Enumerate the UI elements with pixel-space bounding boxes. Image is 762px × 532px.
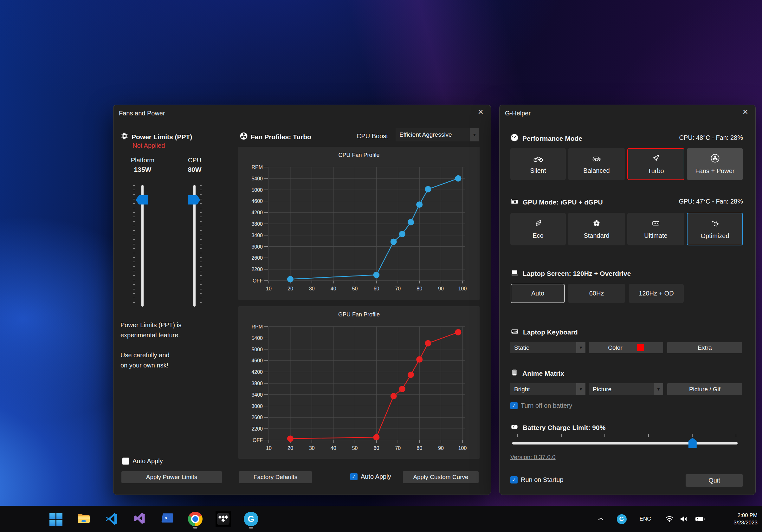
screen-option-60hz[interactable]: 60Hz [568,284,625,303]
svg-text:2600: 2600 [251,415,263,420]
cpu-slider-thumb[interactable] [188,195,200,204]
volume-icon[interactable] [678,506,690,532]
gpu-tile-optimized[interactable]: Optimized [687,213,743,245]
run-on-startup-label: Run on Startup [521,476,564,484]
version-link[interactable]: Version: 0.37.0.0 [510,454,556,461]
apply-power-limits-button[interactable]: Apply Power Limits [121,471,222,483]
mode-tile-balanced[interactable]: Balanced [568,148,625,180]
run-on-startup-checkbox[interactable]: ✓ [510,476,518,484]
gpu-tile-label: Ultimate [644,232,667,239]
close-icon[interactable]: ✕ [742,109,748,116]
screen-option-auto[interactable]: Auto [511,284,565,303]
apply-custom-curve-button[interactable]: Apply Custom Curve [403,471,479,483]
svg-text:3800: 3800 [251,381,263,386]
tidal-icon [215,511,231,527]
gpu-tile-label: Standard [583,232,609,239]
svg-text:CPU Fan Profile: CPU Fan Profile [338,152,379,158]
gpu-tile-eco[interactable]: Eco [510,213,566,245]
anime-matrix-header: Anime Matrix [510,368,564,378]
power-auto-apply-checkbox[interactable] [122,458,129,465]
svg-text:5000: 5000 [251,347,263,352]
power-limits-status: Not Applied [132,142,165,149]
keyboard-mode-dropdown[interactable]: Static ▼ [510,342,585,353]
tray-clock[interactable]: 2:00 PM 3/23/2023 [733,506,758,532]
wifi-icon[interactable] [663,506,676,532]
battery-slider-tick [736,434,736,437]
svg-text:90: 90 [438,286,444,291]
svg-text:60: 60 [374,286,379,291]
power-limits-note-2: Use carefully and on your own risk! [120,350,170,370]
keyboard-extra-button[interactable]: Extra [667,342,742,353]
svg-text:10: 10 [266,445,271,451]
taskbar-g-helper[interactable]: G [241,509,261,529]
matrix-brightness-dropdown[interactable]: Bright ▼ [510,383,585,395]
svg-text:2200: 2200 [251,266,263,272]
taskbar-windows-start[interactable] [46,509,66,529]
dropdown-arrow-icon[interactable]: ▼ [654,383,663,395]
curve-auto-apply-checkbox[interactable]: ✓ [350,473,357,480]
svg-text:80: 80 [417,445,422,451]
running-indicator [193,527,197,528]
taskbar-visual-studio[interactable] [129,509,150,529]
turn-off-on-battery-checkbox[interactable]: ✓ [510,402,518,409]
cpu-boost-dropdown[interactable]: Efficient Aggressive ▼ [396,128,479,141]
platform-slider-thumb[interactable] [136,195,148,204]
mode-tile-label: Turbo [648,167,664,175]
battery-slider-thumb[interactable] [688,438,697,448]
screen-option-120hz-od[interactable]: 120Hz + OD [629,284,684,303]
cpu-slider-value: 80W [174,166,215,174]
mode-tile-silent[interactable]: Silent [510,148,566,180]
laptop-screen-header: Laptop Screen: 120Hz + Overdrive [510,268,631,279]
dropdown-arrow-icon[interactable]: ▼ [576,383,585,395]
fan-profiles-title: Fan Profiles: Turbo [251,133,311,141]
svg-text:5000: 5000 [251,188,263,193]
laptop-keyboard-title: Laptop Keyboard [523,329,578,336]
vscode-icon [105,512,118,526]
taskbar-vscode[interactable] [102,509,122,529]
quit-button[interactable]: Quit [686,474,743,487]
mode-tile-turbo[interactable]: Turbo [627,148,684,180]
dropdown-arrow-icon[interactable]: ▼ [470,128,479,141]
svg-text:2200: 2200 [251,426,263,431]
tray-chevron-up-icon[interactable] [595,506,606,532]
gpu-tile-ultimate[interactable]: Ultimate [627,213,684,245]
gpu-fan-chart[interactable]: RPM540050004600420038003400300026002200O… [238,306,480,459]
svg-text:100: 100 [458,445,467,451]
taskbar-file-explorer[interactable] [74,509,94,529]
mode-tile-label: Balanced [583,167,610,174]
keyboard-color-button[interactable]: Color [589,342,663,353]
tray-language[interactable]: ENG [637,506,654,532]
svg-text:3400: 3400 [251,392,263,398]
bicycle-icon [533,154,543,164]
svg-text:RPM: RPM [251,165,263,170]
leaf-icon [534,219,543,229]
matrix-icon [510,368,519,378]
matrix-running-dropdown[interactable]: Picture ▼ [589,383,663,395]
taskbar-terminal[interactable]: >_ [157,509,178,529]
ghelper-window-title: G-Helper [505,110,531,117]
gpu-tile-standard[interactable]: Standard [568,213,625,245]
matrix-battery-checkbox-row: ✓ Turn off on battery [510,402,572,409]
power-limits-note-1: Power Limits (PPT) is experimental featu… [120,320,181,340]
cpu-fan-chart[interactable]: RPM540050004600420038003400300026002200O… [238,147,480,300]
battery-slider-tick [561,434,562,437]
cpu-chip-icon [120,132,129,142]
taskbar-chrome[interactable] [185,509,205,529]
picture-gif-button[interactable]: Picture / Gif [667,383,742,395]
close-icon[interactable]: ✕ [478,109,484,116]
taskbar-tidal[interactable] [213,509,233,529]
matrix-running-value: Picture [593,386,611,393]
laptop-keyboard-header: Laptop Keyboard [510,327,578,337]
dropdown-arrow-icon[interactable]: ▼ [576,342,585,353]
svg-text:5400: 5400 [251,176,263,181]
battery-icon[interactable] [693,506,707,532]
svg-text:3000: 3000 [251,404,263,409]
tray-g-helper-icon[interactable]: G [616,506,627,532]
factory-defaults-button[interactable]: Factory Defaults [239,471,312,483]
battery-slider-track[interactable] [512,442,737,444]
rocket-icon [651,153,660,165]
platform-slider-ticks [133,185,135,307]
windows-start-icon [49,513,62,526]
curve-auto-apply-row: ✓ Auto Apply [350,473,391,480]
mode-tile-fans-power[interactable]: Fans + Power [687,148,743,180]
